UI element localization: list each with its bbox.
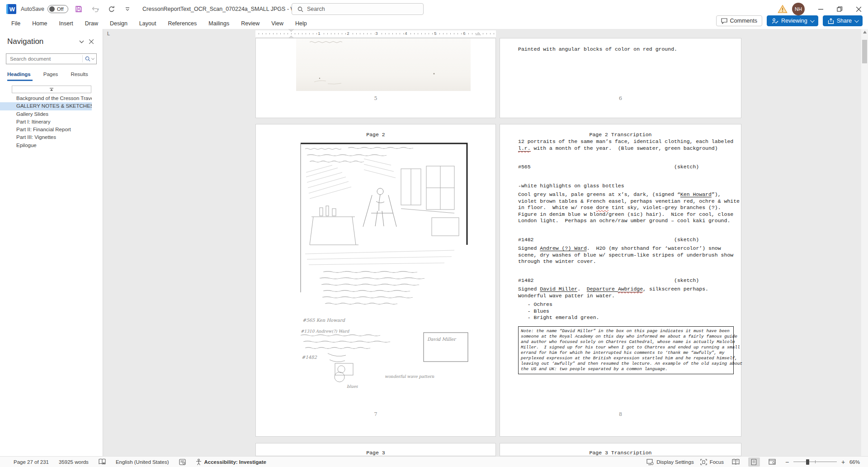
search-box[interactable]: Search bbox=[292, 3, 424, 15]
account-avatar[interactable]: NH bbox=[792, 3, 805, 15]
accessibility-checker[interactable]: Accessibility: Investigate bbox=[196, 459, 266, 465]
page-5-partial[interactable]: 5 bbox=[255, 38, 496, 118]
transcription-color-bullets: - Ochres - Blues - Bright emerald green. bbox=[518, 301, 741, 321]
ribbon-tab[interactable]: Help bbox=[289, 18, 313, 29]
zoom-in-button[interactable]: + bbox=[840, 458, 846, 466]
focus-mode-button[interactable]: Focus bbox=[700, 459, 724, 465]
zoom-out-button[interactable]: − bbox=[784, 458, 790, 466]
gallery-sketch-image[interactable]: #565 Ken Howard #1310 Andrew(?) Ward #14… bbox=[296, 141, 471, 410]
page-6-partial[interactable]: Painted with angular blocks of color on … bbox=[500, 38, 741, 118]
text-predictions-button[interactable] bbox=[179, 459, 186, 465]
page-2-transcription[interactable]: Page 2 Transcription 12 portraits of the… bbox=[500, 124, 741, 437]
sketch-annotation-565: #565 Ken Howard bbox=[302, 318, 345, 323]
ribbon-tab[interactable]: Layout bbox=[133, 18, 162, 29]
first-line-indent-marker[interactable] bbox=[288, 29, 294, 32]
heading-item[interactable]: Epilogue bbox=[0, 142, 92, 149]
heading-item[interactable]: Gallery Slides bbox=[0, 110, 92, 118]
zoom-control: − + 66% bbox=[784, 458, 860, 466]
page-indicator[interactable]: Page 27 of 231 bbox=[14, 459, 49, 465]
read-mode-button[interactable] bbox=[730, 457, 742, 467]
read-mode-icon bbox=[732, 459, 740, 465]
ruler-number: 2 bbox=[346, 31, 350, 36]
ribbon-tab[interactable]: Mailings bbox=[203, 18, 235, 29]
transcription-cool-grey-paragraph: Cool grey walls, pale greens at x’s, dar… bbox=[518, 191, 741, 224]
transcription-intro: 12 portraits of the same man’s face, ide… bbox=[518, 138, 741, 152]
ruler-number: 5 bbox=[433, 31, 437, 36]
page-footer-number: 6 bbox=[500, 95, 741, 101]
page-2-sketch[interactable]: Page 2 bbox=[255, 124, 496, 437]
warning-button[interactable] bbox=[778, 5, 788, 14]
web-layout-icon bbox=[769, 459, 776, 465]
sketch-annotation-1482: #1482 bbox=[302, 355, 317, 360]
proofing-errors-button[interactable] bbox=[99, 458, 106, 465]
ribbon-tab[interactable]: Draw bbox=[79, 18, 104, 29]
scan-image-partial[interactable] bbox=[296, 38, 471, 91]
heading-item[interactable]: GALLERY NOTES & SKETCHES: Scans... bbox=[0, 102, 92, 110]
vertical-scrollbar[interactable] bbox=[861, 29, 868, 456]
scrollbar-thumb[interactable] bbox=[862, 40, 867, 63]
customize-quick-access-button[interactable] bbox=[122, 3, 133, 15]
comment-icon bbox=[721, 18, 727, 24]
ribbon-tab[interactable]: References bbox=[162, 18, 203, 29]
ribbon-tab[interactable]: File bbox=[5, 18, 26, 29]
navigation-tab[interactable]: Pages bbox=[43, 71, 60, 81]
page-footer-number: 7 bbox=[256, 411, 495, 417]
heading-item[interactable]: Part III: Vignettes bbox=[0, 133, 92, 141]
print-layout-button[interactable] bbox=[748, 457, 760, 467]
search-icon[interactable] bbox=[85, 56, 90, 62]
ribbon-tab[interactable]: Review bbox=[235, 18, 265, 29]
comments-button[interactable]: Comments bbox=[716, 15, 762, 26]
text-predictions-icon bbox=[179, 459, 186, 465]
transcription-body: 12 portraits of the same man’s face, ide… bbox=[518, 138, 741, 374]
ribbon-tab[interactable]: Home bbox=[26, 18, 53, 29]
heading-item[interactable]: Part I: Itinerary bbox=[0, 118, 92, 126]
ribbon-tab[interactable]: Insert bbox=[53, 18, 79, 29]
share-label: Share bbox=[837, 18, 852, 24]
transcription-row-1482-a: #1482 (sketch) bbox=[518, 237, 741, 243]
zoom-slider[interactable] bbox=[793, 459, 837, 465]
share-icon bbox=[828, 18, 834, 24]
autosave-toggle[interactable]: Off bbox=[47, 5, 68, 13]
redo-button[interactable] bbox=[105, 3, 117, 15]
zoom-slider-thumb[interactable] bbox=[806, 459, 809, 465]
word-logo-icon: W bbox=[6, 4, 16, 14]
navigation-tab[interactable]: Headings bbox=[7, 71, 33, 81]
web-layout-button[interactable] bbox=[766, 457, 778, 467]
close-pane-button[interactable] bbox=[86, 38, 96, 46]
search-options-chevron-icon[interactable] bbox=[91, 58, 94, 60]
heading-item[interactable]: Part II: Financial Report bbox=[0, 126, 92, 133]
navigation-tab[interactable]: Results bbox=[71, 71, 90, 81]
warning-icon bbox=[778, 5, 788, 14]
ribbon-tab[interactable]: View bbox=[265, 18, 289, 29]
share-dropdown-icon bbox=[854, 18, 859, 23]
autosave-control[interactable]: AutoSave Off bbox=[21, 5, 68, 13]
minimize-icon bbox=[818, 7, 823, 12]
zoom-slider-midpoint bbox=[815, 460, 816, 463]
collapse-heading-box[interactable] bbox=[12, 86, 91, 93]
right-indent-marker[interactable] bbox=[476, 32, 481, 35]
transcription-row-565: #565 (sketch) bbox=[518, 164, 741, 171]
document-search-placeholder: Search document bbox=[10, 56, 82, 62]
heading-item[interactable]: Background of the Cresson Travel Sch... bbox=[0, 95, 92, 102]
document-search-input[interactable]: Search document bbox=[6, 53, 97, 64]
page-3-partial[interactable]: Page 3 bbox=[255, 443, 496, 456]
ribbon-tab[interactable]: Design bbox=[104, 18, 133, 29]
tab-stop-selector[interactable]: L bbox=[105, 30, 112, 37]
reviewing-button[interactable]: Reviewing bbox=[767, 15, 818, 26]
pane-options-button[interactable] bbox=[76, 38, 86, 46]
language-selector[interactable]: English (United States) bbox=[116, 459, 169, 465]
zoom-level[interactable]: 66% bbox=[849, 459, 860, 465]
save-button[interactable] bbox=[73, 3, 85, 15]
word-count[interactable]: 35925 words bbox=[59, 459, 89, 465]
focus-label: Focus bbox=[710, 459, 724, 465]
page-3-transcription-partial[interactable]: Page 3 Transcription bbox=[500, 443, 741, 456]
undo-button[interactable]: ▾ bbox=[89, 3, 101, 15]
autosave-state: Off bbox=[57, 6, 63, 12]
sketch-annotation-blues: blues bbox=[347, 384, 359, 389]
share-button[interactable]: Share bbox=[823, 15, 863, 26]
horizontal-ruler[interactable]: 123456 bbox=[255, 30, 496, 37]
headings-list: Background of the Cresson Travel Sch...G… bbox=[0, 95, 103, 149]
toggle-knob-icon bbox=[49, 6, 55, 12]
display-settings-button[interactable]: Display Settings bbox=[646, 459, 693, 465]
scroll-up-icon[interactable] bbox=[863, 31, 867, 33]
